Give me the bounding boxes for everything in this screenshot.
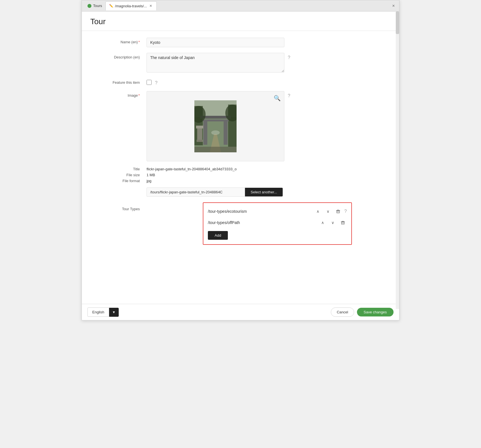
edit-icon: ✏️ [109, 4, 113, 8]
feature-checkbox[interactable] [147, 80, 152, 85]
title-info-label: Title [90, 167, 147, 171]
feature-field: ? [147, 78, 391, 85]
image-required: * [138, 93, 140, 98]
bottom-actions: Cancel Save changes [331, 307, 394, 317]
tab-active[interactable]: ✏️ /magnolia-travels/... ✕ [105, 1, 157, 10]
svg-rect-8 [197, 127, 202, 141]
window-close-button[interactable]: × [390, 3, 397, 9]
tour-type-row-2: /tour-types/offPath ∧ ∨ [208, 219, 347, 227]
tour-type-delete-1[interactable] [334, 207, 342, 215]
select-another-button[interactable]: Select another... [245, 188, 283, 196]
tab-close-button[interactable]: ✕ [149, 4, 153, 8]
feature-label: Feature this item [90, 78, 147, 85]
tab-bar: Tours ✏️ /magnolia-travels/... ✕ × [82, 0, 399, 12]
name-input[interactable] [147, 38, 284, 47]
svg-rect-9 [196, 126, 203, 128]
title-info-value: flickr-japan-gate-tasteful_tn-204886404_… [147, 167, 237, 171]
form-content: Name (en)* Description (en) The natural … [82, 31, 399, 304]
tour-types-label: Tour Types [90, 202, 147, 211]
tour-type-down-2[interactable]: ∨ [329, 219, 337, 227]
scrollbar-track [396, 12, 399, 309]
tours-icon [87, 4, 91, 8]
trash-icon [336, 209, 340, 214]
fileformat-info-row: File format jpg [90, 179, 391, 183]
tour-type-path-2: /tour-types/offPath [208, 220, 316, 225]
description-input[interactable]: The natural side of Japan [147, 53, 284, 73]
svg-rect-21 [341, 222, 344, 224]
tour-type-up-1[interactable]: ∧ [314, 207, 322, 215]
svg-point-12 [211, 130, 220, 135]
language-dropdown-button[interactable]: ▼ [109, 308, 119, 317]
tour-types-row: Tour Types /tour-types/ecotourism ∧ ∨ [90, 202, 391, 245]
description-row: Description (en) The natural side of Jap… [90, 53, 391, 73]
language-selector: English ▼ [87, 307, 119, 317]
svg-rect-7 [224, 119, 228, 145]
filesize-info-value: 1 MB [147, 173, 155, 177]
tour-type-row-1: /tour-types/ecotourism ∧ ∨ ? [208, 207, 347, 215]
image-label: Image* [90, 91, 147, 98]
tour-type-path-1: /tour-types/ecotourism [208, 209, 312, 214]
tour-types-help-icon[interactable]: ? [344, 209, 347, 214]
image-path-input[interactable] [147, 187, 245, 197]
tab-path-label: /magnolia-travels/... [115, 4, 147, 8]
name-required: * [138, 40, 140, 44]
cancel-button[interactable]: Cancel [331, 307, 354, 317]
tour-type-up-2[interactable]: ∧ [319, 219, 327, 227]
description-label: Description (en) [90, 53, 147, 59]
save-changes-button[interactable]: Save changes [357, 308, 394, 316]
language-button[interactable]: English [87, 307, 109, 317]
page-title: Tour [82, 12, 399, 31]
main-window: Tours ✏️ /magnolia-travels/... ✕ × Tour … [82, 0, 399, 320]
add-tour-type-button[interactable]: Add [208, 231, 228, 240]
feature-row: Feature this item ? [90, 78, 391, 85]
tour-type-delete-2[interactable] [339, 219, 347, 227]
name-field [147, 38, 391, 47]
svg-rect-13 [194, 147, 237, 152]
description-field: The natural side of Japan ? [147, 53, 391, 73]
tour-type-down-1[interactable]: ∨ [324, 207, 332, 215]
trash-icon-2 [341, 220, 345, 225]
image-area: 🔍 [147, 91, 284, 161]
svg-rect-6 [203, 119, 207, 145]
image-field: 🔍 ? [147, 91, 391, 161]
name-row: Name (en)* [90, 38, 391, 47]
image-help-icon[interactable]: ? [288, 91, 290, 98]
tab-tours[interactable]: Tours [84, 1, 105, 10]
description-help-icon[interactable]: ? [288, 53, 290, 60]
tour-types-section: /tour-types/ecotourism ∧ ∨ ? [203, 202, 352, 245]
title-info-row: Title flickr-japan-gate-tasteful_tn-2048… [90, 167, 391, 171]
fileformat-info-value: jpg [147, 179, 151, 183]
image-row: Image* [90, 91, 391, 161]
filesize-info-row: File size 1 MB [90, 173, 391, 177]
bottom-bar: English ▼ Cancel Save changes [82, 304, 399, 320]
scrollbar-thumb[interactable] [396, 12, 399, 34]
name-label: Name (en)* [90, 38, 147, 44]
filesize-info-label: File size [90, 173, 147, 177]
fileformat-info-label: File format [90, 179, 147, 183]
image-preview [194, 100, 237, 152]
path-row: Select another... [147, 187, 391, 197]
feature-help-icon[interactable]: ? [155, 78, 158, 85]
svg-rect-10 [197, 140, 203, 142]
image-search-icon[interactable]: 🔍 [274, 95, 281, 101]
feature-checkbox-wrapper [147, 78, 152, 85]
svg-rect-16 [337, 211, 340, 213]
tab-tours-label: Tours [93, 4, 102, 8]
